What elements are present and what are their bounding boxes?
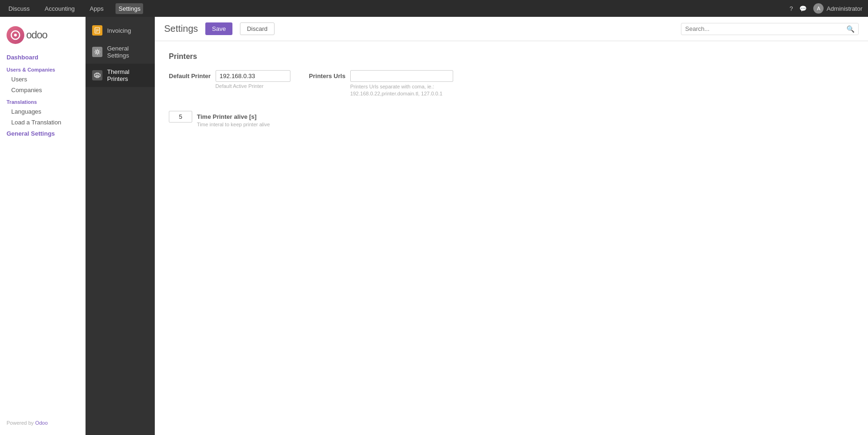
admin-label: Administrator [826,5,862,12]
thermal-icon [92,70,102,80]
default-printer-hint: Default Active Printer [216,83,290,89]
chat-icon[interactable]: 💬 [799,5,807,12]
time-printer-hint: Time interal to keep printer alive [197,122,270,127]
svg-point-6 [96,51,99,53]
sidebar-section-users-companies: Users & Companies [0,63,85,74]
invoicing-icon [92,25,102,36]
form-row-printers: Default Printer Default Active Printer P… [169,70,854,98]
navbar-item-settings[interactable]: Settings [116,3,143,14]
form-row-time: Time Printer alive [s] Time interal to k… [169,109,854,127]
page-title: Settings [164,23,198,34]
inner-sidebar-thermal-printers[interactable]: Thermal Printers [86,64,155,87]
logo-circle [7,26,24,44]
section-title-printers: Printers [169,52,854,61]
content-header-left: Settings Save Discard [164,22,275,35]
time-printer-input[interactable] [169,111,192,123]
default-printer-group: Default Printer Default Active Printer [169,70,290,89]
sidebar-item-dashboard[interactable]: Dashboard [0,51,85,63]
discard-button[interactable]: Discard [240,22,275,35]
left-sidebar: odoo Dashboard Users & Companies Users C… [0,17,86,435]
sidebar-item-load-translation[interactable]: Load a Translation [0,117,85,128]
inner-sidebar-general-settings-label: General Settings [107,45,148,59]
printers-urls-field-group: Printers Urls separate with coma, ie.: 1… [350,70,453,98]
inner-sidebar-thermal-label: Thermal Printers [107,68,148,82]
default-printer-field-group: Default Active Printer [216,70,290,89]
time-printer-label: Time Printer alive [s] [197,111,270,120]
inner-sidebar-invoicing-label: Invoicing [107,27,131,34]
search-input[interactable] [685,25,846,32]
navbar-item-accounting[interactable]: Accounting [42,3,78,14]
gear-icon [92,47,102,57]
svg-point-1 [14,34,17,36]
main-layout: odoo Dashboard Users & Companies Users C… [0,17,868,435]
logo-area: odoo [0,22,85,51]
time-printer-group: Time Printer alive [s] Time interal to k… [169,111,270,127]
save-button[interactable]: Save [205,22,232,35]
odoo-logo: odoo [7,26,79,44]
printers-urls-input[interactable] [350,70,453,82]
navbar-item-discuss[interactable]: Discuss [6,3,33,14]
navbar-right: ? 💬 A Administrator [789,3,862,14]
printers-urls-group: Printers Urls Printers Urls separate wit… [309,70,453,98]
question-icon[interactable]: ? [789,5,793,12]
default-printer-input[interactable] [216,70,290,82]
content-area: Settings Save Discard 🔍 Printers Default… [155,17,868,435]
inner-sidebar-general-settings[interactable]: General Settings [86,40,155,64]
sidebar-section-translations: Translations [0,95,85,106]
inner-sidebar: Invoicing General Settings Thermal Print… [86,17,155,435]
odoo-link[interactable]: Odoo [35,420,48,426]
sidebar-item-users[interactable]: Users [0,74,85,85]
main-content: Printers Default Printer Default Active … [155,41,868,435]
odoo-logo-icon [10,30,21,40]
time-printer-field-group: Time Printer alive [s] Time interal to k… [197,111,270,127]
navbar-item-apps[interactable]: Apps [87,3,107,14]
avatar: A [813,3,824,14]
powered-by: Powered by Odoo [0,415,54,430]
printers-urls-label: Printers Urls [309,70,346,80]
search-icon: 🔍 [846,25,854,33]
content-header: Settings Save Discard 🔍 [155,17,868,41]
sidebar-item-languages[interactable]: Languages [0,106,85,117]
inner-sidebar-invoicing[interactable]: Invoicing [86,21,155,40]
printers-urls-hint: Printers Urls separate with coma, ie.: 1… [350,83,453,98]
odoo-logo-text: odoo [26,29,47,41]
top-navbar: Discuss Accounting Apps Settings ? 💬 A A… [0,0,868,17]
search-area: 🔍 [681,23,859,35]
sidebar-item-general-settings[interactable]: General Settings [0,128,85,139]
sidebar-item-companies[interactable]: Companies [0,85,85,95]
admin-menu[interactable]: A Administrator [813,3,862,14]
default-printer-label: Default Printer [169,70,211,80]
